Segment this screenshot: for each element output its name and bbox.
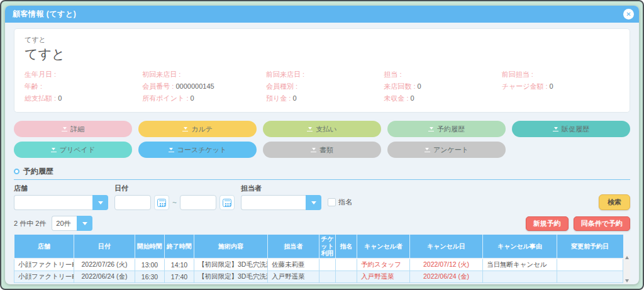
staff-select-value[interactable]: [241, 195, 306, 210]
col-cancel-date: キャンセル日: [410, 235, 483, 259]
expand-icon: [51, 148, 57, 152]
col-prev-reservation-date: 変更前予約日: [557, 235, 623, 259]
col-cancel-reason: キャンセル事由: [483, 235, 557, 259]
field-column: 前回来店日 : 会員種別 : 預り金 :0: [266, 69, 384, 104]
dialog-title: 顧客情報 (てすと): [13, 9, 76, 20]
field-deposit: 預り金 :0: [266, 92, 384, 104]
field-member-type: 会員種別 :: [266, 81, 384, 92]
col-date: 日付: [74, 235, 135, 259]
staff-select-button[interactable]: [306, 195, 321, 210]
reservation-table-container: 店舗 日付 開始時間 終了時間 施術内容 担当者 チケット利用 指名 キャンセル…: [14, 235, 630, 284]
col-end-time: 終了時間: [165, 235, 194, 259]
store-select-value[interactable]: [14, 195, 92, 210]
store-filter-label: 店舗: [14, 184, 108, 193]
search-button[interactable]: 検索: [599, 194, 630, 210]
col-canceler: キャンセル者: [357, 235, 410, 259]
table-row[interactable]: 小顔ファクトリー町田店 2022/07/26 (火) 13:00 14:10 【…: [14, 259, 623, 271]
date-filter-label: 日付: [114, 184, 235, 193]
date-to-calendar-button[interactable]: [219, 195, 235, 210]
date-filter: 日付 ~: [114, 184, 235, 210]
date-range-separator: ~: [172, 198, 177, 207]
chevron-down-icon: [311, 201, 316, 204]
chevron-down-icon: [82, 222, 87, 225]
tab-promotion-history[interactable]: 販促履歴: [512, 121, 630, 137]
tab-bar: 詳細 カルテ 支払い 予約履歴 販促履歴 プリペイド コースチケット 書類 アン…: [14, 121, 630, 158]
scroll-up-icon[interactable]: [625, 256, 629, 259]
page-size-button[interactable]: [77, 216, 92, 231]
tab-reservation-history[interactable]: 予約履歴: [387, 121, 506, 137]
expand-icon: [311, 148, 316, 152]
col-staff: 担当者: [268, 235, 319, 259]
customer-fields: 生年月日 : 年齢 : 総支払額 :0 初回来店日 : 会員番号 :000000…: [25, 69, 619, 104]
chevron-down-icon: [98, 201, 103, 204]
tab-course-ticket[interactable]: コースチケット: [138, 142, 257, 158]
customer-summary-card: てすと てすと 生年月日 : 年齢 : 総支払額 :0 初回来店日 : 会員番号…: [14, 28, 630, 113]
field-column: 初回来店日 : 会員番号 :0000000145 所有ポイント :0: [142, 69, 266, 104]
expand-icon: [62, 127, 67, 131]
repeat-reservation-button[interactable]: 同条件で予約: [574, 216, 630, 231]
field-column: 生年月日 : 年齢 : 総支払額 :0: [25, 69, 142, 104]
tab-documents[interactable]: 書類: [263, 142, 381, 158]
nomination-checkbox[interactable]: 指名: [328, 198, 352, 207]
horizontal-scrollbar[interactable]: [14, 284, 630, 285]
scroll-down-icon[interactable]: [625, 279, 629, 282]
col-ticket-use: チケット利用: [319, 235, 336, 259]
date-to-input[interactable]: [180, 195, 216, 210]
result-count: 2 件中 2件: [14, 219, 46, 228]
field-visit-count: 来店回数 :0: [384, 81, 501, 92]
dialog-content: てすと てすと 生年月日 : 年齢 : 総支払額 :0 初回来店日 : 会員番号…: [5, 23, 639, 284]
nomination-label: 指名: [338, 198, 352, 207]
section-header: 予約履歴: [14, 166, 630, 180]
expand-icon: [307, 127, 313, 131]
results-toolbar: 2 件中 2件 20件 新規予約 同条件で予約: [14, 216, 630, 231]
field-birthdate: 生年月日 :: [25, 69, 142, 81]
field-prev-staff: 前回担当 :: [502, 69, 619, 81]
close-icon[interactable]: ✕: [623, 9, 634, 20]
page-size-select[interactable]: 20件: [52, 216, 92, 231]
expand-icon: [553, 127, 558, 131]
field-column: 担当 : 来店回数 :0 未収金 :0: [384, 69, 501, 104]
staff-filter-label: 担当者: [241, 184, 321, 193]
scrollbar-corner: [623, 284, 631, 285]
field-age: 年齢 :: [25, 81, 142, 92]
col-start-time: 開始時間: [135, 235, 165, 259]
customer-info-dialog: 顧客情報 (てすと) ✕ てすと てすと 生年月日 : 年齢 : 総支払額 :0…: [5, 6, 639, 284]
tab-survey[interactable]: アンケート: [387, 142, 506, 158]
expand-icon: [182, 127, 188, 131]
table-row[interactable]: 小顔ファクトリー町田店 2022/06/24 (金) 16:30 17:40 【…: [14, 270, 623, 282]
section-bullet-icon: [14, 169, 19, 174]
field-column: 前回担当 : チャージ金額 :0: [502, 69, 619, 104]
field-points: 所有ポイント :0: [142, 92, 266, 104]
col-menu: 施術内容: [194, 235, 268, 259]
checkbox-icon[interactable]: [328, 198, 336, 206]
date-from-input[interactable]: [114, 195, 151, 210]
col-nomination: 指名: [336, 235, 357, 259]
store-select-button[interactable]: [92, 195, 108, 210]
new-reservation-button[interactable]: 新規予約: [526, 216, 569, 231]
field-staff: 担当 :: [384, 69, 501, 81]
tab-details[interactable]: 詳細: [14, 121, 132, 137]
filter-bar: 店舗 日付 ~ 担当: [14, 184, 630, 210]
page-size-value[interactable]: 20件: [52, 216, 77, 231]
table-header-row: 店舗 日付 開始時間 終了時間 施術内容 担当者 チケット利用 指名 キャンセル…: [14, 235, 623, 259]
vertical-scrollbar[interactable]: [623, 255, 630, 284]
field-member-number: 会員番号 :0000000145: [142, 81, 266, 92]
page-background: 顧客情報 (てすと) ✕ てすと てすと 生年月日 : 年齢 : 総支払額 :0…: [0, 0, 644, 290]
expand-icon: [169, 148, 174, 152]
tab-payment[interactable]: 支払い: [263, 121, 381, 137]
expand-icon: [425, 148, 430, 152]
tab-prepaid[interactable]: プリペイド: [14, 142, 132, 158]
date-from-calendar-button[interactable]: [154, 195, 169, 210]
dialog-titlebar: 顧客情報 (てすと) ✕: [5, 6, 639, 23]
field-total-paid: 総支払額 :0: [25, 92, 142, 104]
customer-name: てすと: [25, 45, 619, 63]
store-select[interactable]: [14, 195, 108, 210]
staff-select[interactable]: [241, 195, 321, 210]
staff-filter: 担当者: [241, 184, 321, 210]
store-filter: 店舗: [14, 184, 108, 210]
field-first-visit: 初回来店日 :: [142, 69, 266, 81]
reservation-table: 店舗 日付 開始時間 終了時間 施術内容 担当者 チケット利用 指名 キャンセル…: [14, 235, 623, 283]
expand-icon: [428, 127, 434, 131]
col-store: 店舗: [14, 235, 74, 259]
tab-karte[interactable]: カルテ: [138, 121, 257, 137]
